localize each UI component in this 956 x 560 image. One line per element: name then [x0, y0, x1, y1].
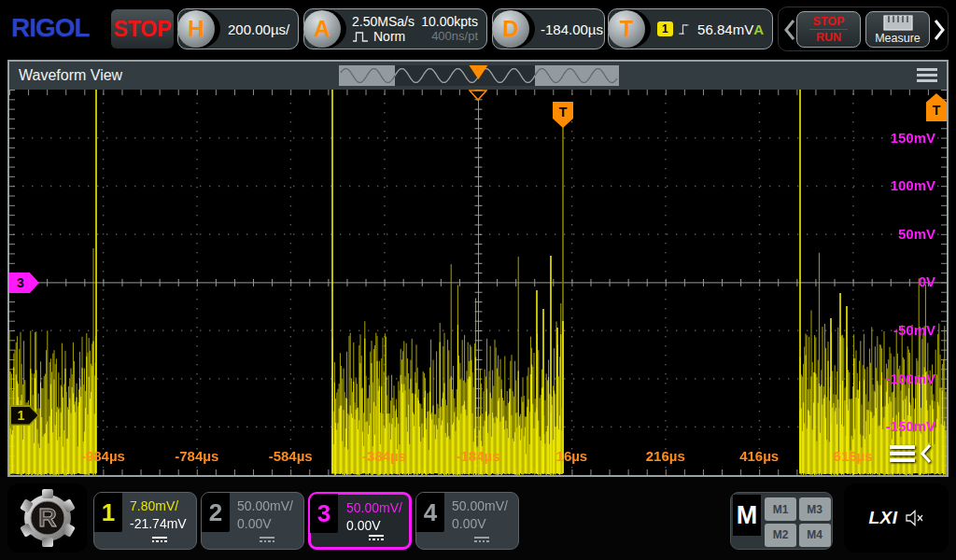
channel3-number: 3 [310, 494, 338, 533]
channel1-box[interactable]: 1 7.80mV/ -21.74mV [93, 492, 197, 550]
h-key-ring: H [177, 9, 220, 49]
channel3-scale: 50.00mV/ [346, 500, 402, 515]
channel2-scale: 50.00mV/ [237, 498, 293, 513]
quick-controls-panel: STOP RUN Measure [778, 7, 949, 51]
time-label: -184µs [445, 448, 511, 464]
math2-button[interactable]: M2 [765, 524, 796, 547]
channel4-scale: 50.00mV/ [452, 498, 508, 513]
time-label: 416µs [726, 448, 792, 464]
run-label: RUN [816, 31, 841, 44]
channel1-number: 1 [94, 493, 122, 532]
top-status-bar: RIGOL STOP H 200.00µs/ A 2.50MSa/s Norm [0, 0, 956, 58]
voltage-label: 50mV [898, 226, 935, 242]
delay-value: -184.00µs [541, 21, 603, 37]
channel1-scale: 7.80mV/ [130, 498, 178, 513]
lxi-label: LXI [868, 508, 897, 528]
a-key-ring: A [303, 9, 346, 49]
trigger-source-badge: 1 [657, 21, 673, 36]
time-label: 616µs [821, 448, 886, 464]
svg-text:R: R [38, 504, 57, 532]
pulse-waveform-icon [352, 31, 370, 43]
trigger-sweep-status: A [753, 21, 764, 37]
d-key-ring: D [492, 9, 535, 49]
math-panel[interactable]: M M1 M3 M2 M4 [730, 492, 833, 550]
memory-overview-strip[interactable] [339, 65, 619, 86]
channel4-box[interactable]: 4 50.00mV/ 0.00V [415, 492, 519, 550]
horizontal-settings-button[interactable]: H 200.00µs/ [177, 8, 299, 49]
window-title: Waveform View [19, 62, 122, 90]
acquisition-mode-label: Norm [373, 29, 405, 44]
acquisition-status-badge[interactable]: STOP [111, 9, 174, 49]
time-label: -584µs [258, 448, 323, 464]
t-key-ring: T [608, 9, 651, 49]
channel3-box[interactable]: 3 50.00mV/ 0.00V [308, 492, 412, 550]
trigger-level-value: 56.84mV [697, 21, 753, 37]
chevron-left-icon[interactable] [783, 19, 795, 41]
bottom-channel-bar: R 1 7.80mV/ -21.74mV 2 50.00mV/ 0.00V 3 … [0, 477, 956, 560]
stop-run-button[interactable]: STOP RUN [796, 11, 861, 48]
time-label: -984µs [70, 448, 135, 464]
math3-button[interactable]: M3 [799, 497, 831, 521]
menu-icon[interactable] [917, 68, 937, 85]
math4-button[interactable]: M4 [799, 524, 831, 547]
channel2-offset: 0.00V [237, 516, 272, 531]
collapse-menu-button[interactable] [890, 443, 932, 464]
chevron-right-icon[interactable] [934, 19, 946, 41]
time-label: -384µs [352, 448, 417, 464]
delay-settings-button[interactable]: D -184.00µs [492, 8, 605, 49]
time-label: 216µs [633, 448, 698, 464]
rigol-logo: RIGOL [11, 13, 90, 43]
horizontal-center-marker-icon[interactable] [469, 90, 487, 101]
memory-depth-value: 10.00kpts [421, 14, 478, 29]
sample-rate-value: 2.50MSa/s [352, 14, 415, 29]
speaker-muted-icon[interactable] [906, 510, 924, 526]
ruler-icon [883, 15, 913, 31]
gear-logo-icon: R [18, 488, 77, 548]
h-key-icon: H [177, 10, 215, 48]
graticule-area: -984µs-784µs-584µs-384µs-184µs16µs216µs4… [9, 90, 947, 475]
channel4-offset: 0.00V [452, 516, 486, 531]
a-key-icon: A [303, 10, 341, 48]
voltage-label: -100mV [886, 371, 935, 386]
math-label: M [733, 495, 761, 536]
waveform-view-window: Waveform View -984µs-784µs-584µs-384µs-1… [7, 60, 949, 477]
time-label: -784µs [164, 448, 230, 464]
d-key-icon: D [492, 10, 529, 48]
waveform-view-titlebar[interactable]: Waveform View [9, 62, 947, 90]
sample-resolution-value: 400ns/pt [421, 29, 478, 44]
dc-coupling-icon [152, 537, 167, 542]
dc-coupling-icon [260, 537, 274, 542]
voltage-label: 0V [919, 273, 935, 289]
voltage-label: -50mV [893, 322, 935, 338]
voltage-label: 100mV [891, 177, 935, 193]
stop-label: STOP [809, 15, 849, 30]
horizontal-scale-value: 200.00µs/ [228, 21, 289, 37]
dc-coupling-icon [474, 537, 489, 542]
channel2-box[interactable]: 2 50.00mV/ 0.00V [201, 492, 304, 550]
dc-coupling-icon [369, 535, 384, 540]
voltage-label: 150mV [891, 130, 935, 146]
trigger-settings-button[interactable]: T 1 56.84mV A [608, 8, 773, 49]
voltage-label: -150mV [886, 418, 935, 434]
channel3-marker-label: 3 [17, 275, 24, 290]
channel1-offset: -21.74mV [130, 516, 187, 531]
measure-button[interactable]: Measure [865, 11, 930, 48]
channel3-offset: 0.00V [346, 518, 381, 533]
waveform-canvas[interactable] [9, 90, 947, 475]
oscilloscope-screen: RIGOL STOP H 200.00µs/ A 2.50MSa/s Norm [0, 0, 956, 560]
channel2-number: 2 [202, 493, 230, 532]
menu-bars-icon [890, 445, 915, 462]
channel1-marker-label: 1 [18, 408, 25, 423]
rigol-gear-logo-button[interactable]: R [7, 483, 87, 553]
t-key-icon: T [608, 10, 645, 48]
chevron-left-small-icon [920, 443, 932, 464]
acquisition-settings-button[interactable]: A 2.50MSa/s Norm 10.00kpts 400ns/pt [303, 8, 487, 49]
lxi-status-panel[interactable]: LXI [844, 483, 949, 553]
channel4-number: 4 [416, 493, 444, 532]
time-label: 16µs [539, 448, 604, 464]
measure-label: Measure [875, 32, 921, 45]
rising-edge-slope-icon [678, 21, 691, 37]
math1-button[interactable]: M1 [765, 497, 796, 521]
